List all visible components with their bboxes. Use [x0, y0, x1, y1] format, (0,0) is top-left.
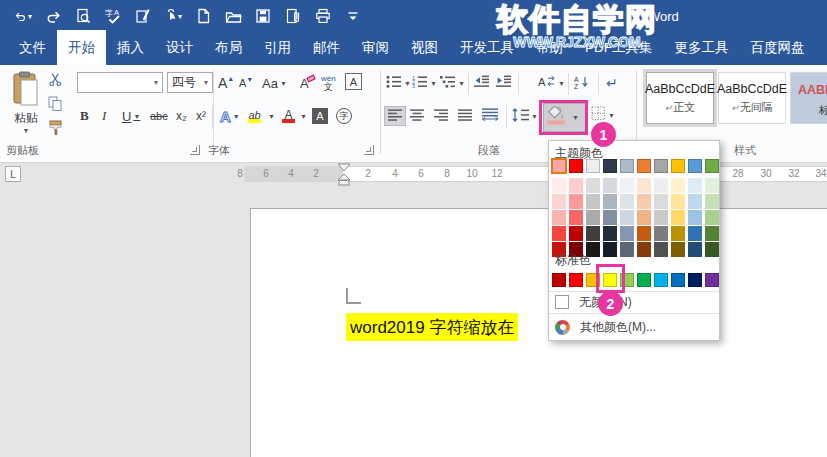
text-highlight-button[interactable]: ab	[248, 106, 261, 126]
font-color-button[interactable]: A	[282, 106, 295, 126]
bullets-button[interactable]: ▼	[386, 73, 411, 93]
no-color-item[interactable]: 无颜色(N)	[549, 291, 719, 312]
tab-视图[interactable]: 视图	[400, 30, 449, 65]
theme-color-red[interactable]	[569, 159, 583, 173]
style-card-标[interactable]: AABBCc标	[790, 72, 827, 124]
color-variant[interactable]	[552, 178, 566, 193]
theme-color-blue-gray[interactable]	[620, 159, 634, 173]
theme-color-light-gray[interactable]	[586, 159, 600, 173]
tab-引用[interactable]: 引用	[253, 30, 302, 65]
color-variant[interactable]	[620, 242, 634, 257]
color-variant[interactable]	[688, 178, 702, 193]
show-marks-button[interactable]: ↵	[606, 73, 618, 93]
color-variant[interactable]	[569, 210, 583, 225]
color-variant[interactable]	[688, 194, 702, 209]
format-painter-button[interactable]	[48, 119, 64, 139]
align-left-button[interactable]	[384, 106, 406, 126]
color-variant[interactable]	[671, 194, 685, 209]
color-variant[interactable]	[620, 210, 634, 225]
standard-color-green[interactable]	[637, 273, 651, 287]
color-variant[interactable]	[637, 194, 651, 209]
tab-开发工具[interactable]: 开发工具	[449, 30, 525, 65]
font-dialog-launcher[interactable]	[364, 145, 374, 155]
clear-formatting-button[interactable]: A	[300, 73, 315, 93]
standard-color-blue[interactable]	[671, 273, 685, 287]
open-icon[interactable]	[224, 6, 242, 26]
color-variant[interactable]	[620, 194, 634, 209]
tab-布局[interactable]: 布局	[204, 30, 253, 65]
color-variant[interactable]	[603, 226, 617, 241]
phonetic-guide-button[interactable]: wén文	[321, 73, 336, 93]
color-variant[interactable]	[654, 210, 668, 225]
color-variant[interactable]	[603, 178, 617, 193]
save-icon[interactable]	[254, 6, 272, 26]
color-variant[interactable]	[705, 194, 719, 209]
color-variant[interactable]	[620, 226, 634, 241]
clipboard-dialog-launcher[interactable]	[190, 145, 200, 155]
color-variant[interactable]	[637, 178, 651, 193]
color-variant[interactable]	[637, 242, 651, 257]
color-variant[interactable]	[705, 210, 719, 225]
tab-开始[interactable]: 开始	[57, 30, 106, 65]
standard-color-dark-blue[interactable]	[688, 273, 702, 287]
theme-color-orange[interactable]	[637, 159, 651, 173]
tab-文件[interactable]: 文件	[8, 30, 57, 65]
color-variant[interactable]	[552, 226, 566, 241]
change-case-button[interactable]: Aa▼	[262, 73, 287, 93]
new-document-icon[interactable]	[194, 6, 212, 26]
more-colors-item[interactable]: 其他颜色(M)...	[549, 313, 719, 340]
font-size-select[interactable]: 四号	[167, 72, 213, 93]
tab-更多工具[interactable]: 更多工具	[664, 30, 740, 65]
copy-button[interactable]	[48, 95, 63, 115]
attachment-icon[interactable]	[284, 6, 302, 26]
grow-font-button[interactable]: A▲	[218, 73, 234, 93]
character-shading-button[interactable]: A	[312, 106, 328, 126]
tab-百度网盘[interactable]: 百度网盘	[740, 30, 816, 65]
standard-color-purple[interactable]	[705, 273, 719, 287]
theme-color-gray[interactable]	[654, 159, 668, 173]
tab-插入[interactable]: 插入	[106, 30, 155, 65]
color-variant[interactable]	[654, 226, 668, 241]
cut-button[interactable]	[48, 71, 63, 91]
font-name-select[interactable]	[77, 72, 163, 93]
color-variant[interactable]	[671, 210, 685, 225]
edit-mode-icon[interactable]	[134, 6, 152, 26]
strikethrough-button[interactable]: abc	[150, 106, 168, 126]
bold-button[interactable]: B	[80, 106, 89, 126]
color-variant[interactable]	[637, 226, 651, 241]
color-variant[interactable]	[705, 242, 719, 257]
color-variant[interactable]	[654, 242, 668, 257]
style-card-无间隔[interactable]: AaBbCcDdE↵无间隔	[718, 72, 786, 124]
print-preview-icon[interactable]	[74, 6, 92, 26]
color-variant[interactable]	[688, 226, 702, 241]
color-variant[interactable]	[586, 178, 600, 193]
color-variant[interactable]	[603, 242, 617, 257]
theme-color-green[interactable]	[705, 159, 719, 173]
color-variant[interactable]	[569, 178, 583, 193]
color-variant[interactable]	[569, 226, 583, 241]
color-variant[interactable]	[552, 210, 566, 225]
color-variant[interactable]	[705, 178, 719, 193]
font-color-chevron[interactable]: ▼	[300, 113, 307, 120]
text-effects-button[interactable]: A▼	[220, 106, 240, 126]
color-variant[interactable]	[586, 194, 600, 209]
indent-markers[interactable]	[336, 163, 352, 186]
justify-button[interactable]	[458, 106, 473, 126]
highlight-chevron[interactable]: ▼	[268, 113, 275, 120]
customize-toolbar-icon[interactable]	[344, 6, 362, 26]
color-variant[interactable]	[688, 242, 702, 257]
italic-button[interactable]: I	[102, 106, 106, 126]
multilevel-list-button[interactable]: ▼	[440, 73, 465, 93]
color-variant[interactable]	[586, 210, 600, 225]
color-variant[interactable]	[620, 178, 634, 193]
theme-color-blue[interactable]	[688, 159, 702, 173]
standard-color-red[interactable]	[569, 273, 583, 287]
tab-PDF工具集[interactable]: PDF工具集	[574, 30, 664, 65]
line-spacing-button[interactable]: ▼	[512, 106, 538, 126]
color-variant[interactable]	[654, 194, 668, 209]
tab-帮助[interactable]: 帮助	[525, 30, 574, 65]
color-variant[interactable]	[569, 194, 583, 209]
color-variant[interactable]	[603, 210, 617, 225]
redo-icon[interactable]	[44, 6, 62, 26]
touch-mode-icon[interactable]	[164, 6, 182, 26]
